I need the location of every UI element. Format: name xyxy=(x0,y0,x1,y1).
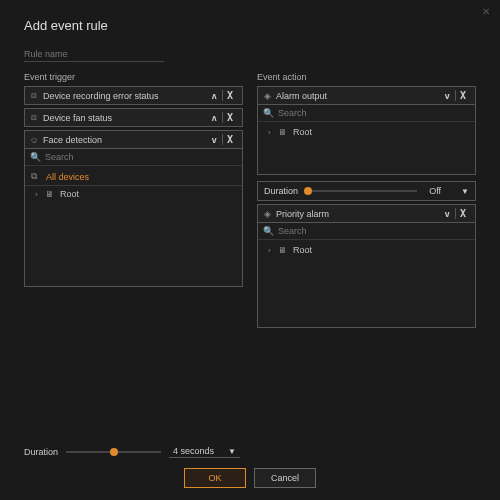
trigger-tree: ⧉ All devices › 🖥 Root xyxy=(25,166,242,286)
dialog-close-button[interactable]: ✕ xyxy=(482,6,490,17)
action-search-input[interactable] xyxy=(278,108,470,118)
trigger-label: Face detection xyxy=(43,135,207,145)
remove-action-button[interactable]: X xyxy=(455,90,471,101)
duration-value: Off xyxy=(423,186,455,196)
rule-name-field-wrap xyxy=(24,47,476,62)
server-icon: 🖥 xyxy=(278,127,290,137)
slider-thumb[interactable] xyxy=(110,448,118,456)
search-icon: 🔍 xyxy=(263,226,274,236)
remove-trigger-button[interactable]: X xyxy=(222,134,238,145)
action-duration-row: Duration Off ▼ xyxy=(257,181,476,201)
remove-trigger-button[interactable]: X xyxy=(222,90,238,101)
action-duration-slider[interactable] xyxy=(304,186,417,196)
action-alarm-output[interactable]: ◈ Alarm output v X xyxy=(257,86,476,105)
tree-root[interactable]: › 🖥 Root xyxy=(258,242,475,258)
action-priority-alarm[interactable]: ◈ Priority alarm v X xyxy=(257,204,476,223)
trigger-face-detection[interactable]: ☺ Face detection v X xyxy=(24,130,243,149)
search-icon: 🔍 xyxy=(30,152,41,162)
dialog-buttons: OK Cancel xyxy=(24,468,476,488)
trigger-device-fan-status[interactable]: ⧈ Device fan status ʌ X xyxy=(24,108,243,127)
remove-trigger-button[interactable]: X xyxy=(222,112,238,123)
chevron-down-icon[interactable]: ▼ xyxy=(461,187,469,196)
alarm-output-panel: 🔍 › 🖥 Root xyxy=(257,105,476,175)
priority-alarm-panel: 🔍 › 🖥 Root xyxy=(257,223,476,328)
tree-root[interactable]: › 🖥 Root xyxy=(258,124,475,140)
trigger-duration-row: Duration 4 seconds ▼ xyxy=(24,436,243,458)
event-trigger-column: Event trigger ⧈ Device recording error s… xyxy=(24,72,243,458)
expand-icon[interactable]: v xyxy=(440,91,455,101)
tree-label: Root xyxy=(293,127,312,137)
trigger-device-recording-error[interactable]: ⧈ Device recording error status ʌ X xyxy=(24,86,243,105)
tree-root[interactable]: › 🖥 Root xyxy=(25,186,242,202)
chevron-right-icon: › xyxy=(35,190,43,199)
server-icon: 🖥 xyxy=(45,189,57,199)
collapse-icon[interactable]: ʌ xyxy=(207,113,222,123)
action-search-row: 🔍 xyxy=(258,223,475,240)
device-icon: ⧈ xyxy=(29,112,39,123)
chevron-down-icon: ▼ xyxy=(228,447,236,456)
devices-icon: ⧉ xyxy=(31,171,43,182)
event-action-column: Event action ◈ Alarm output v X 🔍 › 🖥 Ro… xyxy=(257,72,476,458)
event-action-label: Event action xyxy=(257,72,476,82)
search-icon: 🔍 xyxy=(263,108,274,118)
duration-value: 4 seconds xyxy=(173,446,214,456)
device-icon: ⧈ xyxy=(29,90,39,101)
server-icon: 🖥 xyxy=(278,245,290,255)
dialog-title: Add event rule xyxy=(24,18,476,33)
face-icon: ☺ xyxy=(29,135,39,145)
event-trigger-label: Event trigger xyxy=(24,72,243,82)
expand-icon[interactable]: v xyxy=(440,209,455,219)
rule-name-input[interactable] xyxy=(24,47,164,62)
columns: Event trigger ⧈ Device recording error s… xyxy=(24,72,476,458)
alarm-icon: ◈ xyxy=(262,91,272,101)
ok-button[interactable]: OK xyxy=(184,468,246,488)
collapse-icon[interactable]: ʌ xyxy=(207,91,222,101)
trigger-duration-slider[interactable] xyxy=(66,447,161,457)
expand-icon[interactable]: v xyxy=(207,135,222,145)
tree-label: All devices xyxy=(46,172,89,182)
slider-thumb[interactable] xyxy=(304,187,312,195)
remove-action-button[interactable]: X xyxy=(455,208,471,219)
duration-label: Duration xyxy=(24,447,58,457)
tree-label: Root xyxy=(293,245,312,255)
chevron-right-icon: › xyxy=(268,128,276,137)
trigger-duration-select[interactable]: 4 seconds ▼ xyxy=(169,446,240,458)
action-search-row: 🔍 xyxy=(258,105,475,122)
tree-all-devices[interactable]: ⧉ All devices xyxy=(25,168,242,186)
action-label: Priority alarm xyxy=(276,209,440,219)
add-event-rule-dialog: ✕ Add event rule Event trigger ⧈ Device … xyxy=(0,0,500,500)
action-tree: › 🖥 Root xyxy=(258,240,475,327)
trigger-picker-stack: ⧈ Device recording error status ʌ X ⧈ De… xyxy=(24,86,243,149)
priority-icon: ◈ xyxy=(262,209,272,219)
trigger-label: Device recording error status xyxy=(43,91,207,101)
trigger-search-input[interactable] xyxy=(45,152,237,162)
chevron-right-icon: › xyxy=(268,246,276,255)
action-search-input[interactable] xyxy=(278,226,470,236)
cancel-button[interactable]: Cancel xyxy=(254,468,316,488)
duration-label: Duration xyxy=(264,186,298,196)
action-label: Alarm output xyxy=(276,91,440,101)
trigger-label: Device fan status xyxy=(43,113,207,123)
trigger-search-row: 🔍 xyxy=(25,149,242,166)
action-tree: › 🖥 Root xyxy=(258,122,475,174)
tree-label: Root xyxy=(60,189,79,199)
trigger-device-panel: 🔍 ⧉ All devices › 🖥 Root xyxy=(24,149,243,287)
